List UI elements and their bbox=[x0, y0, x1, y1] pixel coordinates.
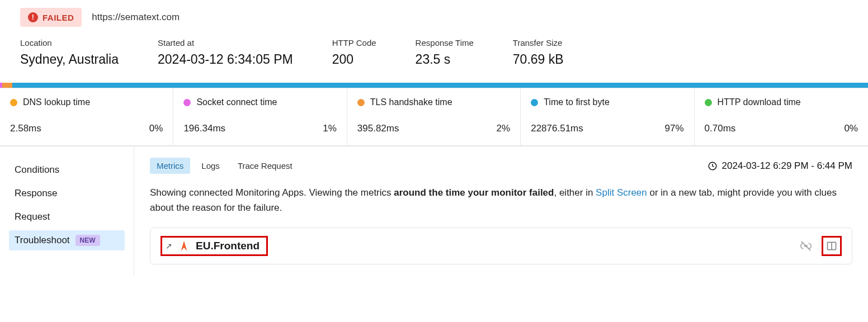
summary-label: Started at bbox=[158, 38, 293, 48]
sidebar-item-request[interactable]: Request bbox=[9, 207, 125, 227]
summary-row: Location Sydney, Australia Started at 20… bbox=[0, 38, 868, 83]
summary-label: Response Time bbox=[416, 38, 474, 48]
desc-mid: , either in bbox=[554, 187, 596, 198]
metric-color-dot bbox=[183, 99, 191, 106]
metric-cell: TLS handshake time395.82ms2% bbox=[347, 88, 521, 145]
sidebar-item-conditions[interactable]: Conditions bbox=[9, 160, 125, 180]
timeline-segment-ttfb bbox=[12, 83, 868, 88]
tab-metrics[interactable]: Metrics bbox=[150, 158, 190, 174]
sidebar-item-response[interactable]: Response bbox=[9, 183, 125, 203]
tab-logs[interactable]: Logs bbox=[195, 158, 227, 174]
metric-percent: 2% bbox=[497, 123, 511, 134]
error-icon: ! bbox=[28, 12, 38, 22]
sidebar-item-label: Response bbox=[15, 188, 58, 199]
metric-value: 196.34ms bbox=[183, 123, 225, 134]
metric-percent: 1% bbox=[323, 123, 337, 134]
summary-value: Sydney, Australia bbox=[20, 52, 119, 67]
metric-color-dot bbox=[705, 99, 712, 106]
summary-location: Location Sydney, Australia bbox=[20, 38, 119, 67]
time-range-picker[interactable]: 2024-03-12 6:29 PM - 6:44 PM bbox=[707, 160, 852, 172]
split-screen-link[interactable]: Split Screen bbox=[596, 187, 647, 198]
app-logo-icon bbox=[179, 240, 189, 252]
summary-label: Transfer Size bbox=[513, 38, 564, 48]
timeline-segment-tls bbox=[2, 83, 12, 88]
tabs: Metrics Logs Trace Request bbox=[150, 158, 299, 174]
metric-cell: DNS lookup time2.58ms0% bbox=[0, 88, 173, 145]
metric-percent: 0% bbox=[149, 123, 163, 134]
app-link[interactable]: ↗ EU.Frontend bbox=[161, 236, 268, 256]
external-link-icon: ↗ bbox=[166, 242, 172, 250]
metric-cell: Time to first byte22876.51ms97% bbox=[521, 88, 694, 145]
metric-value: 0.70ms bbox=[705, 123, 736, 134]
summary-label: Location bbox=[20, 38, 119, 48]
monitored-url: https://sematext.com bbox=[92, 12, 180, 23]
metric-value: 395.82ms bbox=[357, 123, 399, 134]
metric-color-dot bbox=[10, 99, 17, 106]
metric-name: Time to first byte bbox=[544, 97, 610, 107]
metric-name: DNS lookup time bbox=[23, 97, 90, 107]
metric-name: Socket connect time bbox=[196, 97, 277, 107]
tab-label: Trace Request bbox=[238, 161, 293, 171]
tab-trace-request[interactable]: Trace Request bbox=[231, 158, 299, 174]
metric-value: 2.58ms bbox=[10, 123, 41, 134]
metric-percent: 0% bbox=[844, 123, 858, 134]
metric-percent: 97% bbox=[665, 123, 684, 134]
summary-transfer: Transfer Size 70.69 kB bbox=[513, 38, 564, 67]
desc-bold: around the time your monitor failed bbox=[394, 187, 554, 198]
sidebar-item-label: Conditions bbox=[15, 164, 59, 176]
app-card: ↗ EU.Frontend bbox=[150, 228, 852, 264]
metric-color-dot bbox=[357, 99, 365, 106]
time-range-text: 2024-03-12 6:29 PM - 6:44 PM bbox=[722, 160, 852, 172]
desc-prefix: Showing connected Monitoring Apps. Viewi… bbox=[150, 187, 394, 198]
description: Showing connected Monitoring Apps. Viewi… bbox=[150, 185, 852, 215]
unlink-icon bbox=[800, 240, 812, 252]
metric-name: HTTP download time bbox=[718, 97, 801, 107]
clock-icon bbox=[707, 161, 718, 171]
summary-started: Started at 2024-03-12 6:34:05 PM bbox=[158, 38, 293, 67]
unlink-button[interactable] bbox=[796, 236, 816, 256]
sidebar-item-label: Request bbox=[15, 211, 50, 222]
sidebar-item-label: Troubleshoot bbox=[15, 235, 70, 246]
summary-response: Response Time 23.5 s bbox=[416, 38, 474, 67]
svg-line-1 bbox=[801, 242, 811, 251]
metrics-row: DNS lookup time2.58ms0%Socket connect ti… bbox=[0, 88, 868, 146]
app-name: EU.Frontend bbox=[196, 240, 260, 252]
summary-value: 70.69 kB bbox=[513, 52, 564, 67]
metric-cell: HTTP download time0.70ms0% bbox=[695, 88, 868, 145]
sidebar: Conditions Response Request Troubleshoot… bbox=[0, 146, 134, 276]
new-badge: NEW bbox=[76, 235, 100, 246]
timeline-bar bbox=[0, 83, 868, 88]
sidebar-item-troubleshoot[interactable]: Troubleshoot NEW bbox=[9, 230, 125, 250]
tab-label: Metrics bbox=[157, 161, 183, 171]
summary-value: 23.5 s bbox=[416, 52, 474, 67]
metric-name: TLS handshake time bbox=[370, 97, 452, 107]
metric-color-dot bbox=[531, 99, 538, 106]
summary-value: 200 bbox=[332, 52, 376, 67]
tab-label: Logs bbox=[201, 161, 220, 171]
metric-cell: Socket connect time196.34ms1% bbox=[173, 88, 347, 145]
status-label: FAILED bbox=[43, 13, 74, 22]
status-badge: ! FAILED bbox=[20, 8, 82, 27]
summary-http: HTTP Code 200 bbox=[332, 38, 376, 67]
metric-value: 22876.51ms bbox=[531, 123, 583, 134]
split-view-icon bbox=[826, 240, 837, 252]
summary-label: HTTP Code bbox=[332, 38, 376, 48]
summary-value: 2024-03-12 6:34:05 PM bbox=[158, 52, 293, 67]
split-view-button[interactable] bbox=[822, 236, 842, 256]
